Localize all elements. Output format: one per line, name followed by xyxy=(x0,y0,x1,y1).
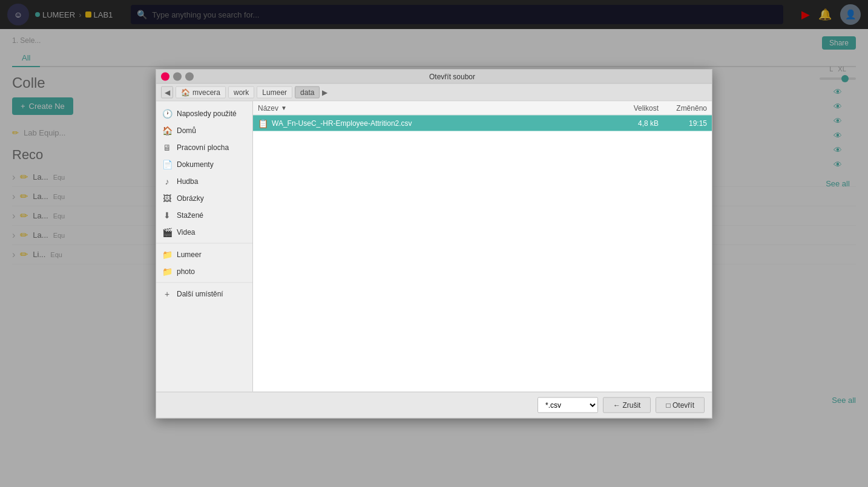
sidebar-item-lumeer[interactable]: 📁 Lumeer xyxy=(156,246,252,263)
dialog-minimize-button[interactable] xyxy=(185,72,194,80)
sidebar-label-recent: Naposledy použité xyxy=(177,109,237,117)
videos-icon: 🎬 xyxy=(162,227,172,237)
clock-icon: 🕐 xyxy=(162,108,172,118)
file-name-label: WA_Fn-UseC_-HR-Employee-Attrition2.csv xyxy=(272,119,412,127)
csv-file-icon: 📋 xyxy=(258,118,268,128)
sidebar-divider xyxy=(156,243,252,243)
cancel-button[interactable]: ← Zrušit xyxy=(603,397,651,413)
file-size-cell: 4,8 kB xyxy=(610,119,659,127)
cancel-label: ← Zrušit xyxy=(613,400,640,409)
sidebar-label-downloads: Stažené xyxy=(177,211,203,219)
sidebar-item-videos[interactable]: 🎬 Videa xyxy=(156,223,252,240)
file-filter-select[interactable]: *.csv xyxy=(538,397,598,413)
pictures-icon: 🖼 xyxy=(162,193,172,203)
folder-photo-icon: 📁 xyxy=(162,266,172,276)
nav-crumb-lumeer[interactable]: Lumeer xyxy=(257,86,292,98)
folder-lumeer-icon: 📁 xyxy=(162,249,172,259)
dialog-sidebar: 🕐 Naposledy použité 🏠 Domů 🖥 Pracovní pl… xyxy=(156,101,253,391)
sidebar-item-music[interactable]: ♪ Hudba xyxy=(156,172,252,189)
sidebar-item-home[interactable]: 🏠 Domů xyxy=(156,122,252,139)
sort-arrow-icon: ▼ xyxy=(281,105,287,111)
sidebar-label-more: Další umístění xyxy=(177,289,223,298)
sidebar-item-downloads[interactable]: ⬇ Stažené xyxy=(156,206,252,223)
sidebar-divider-2 xyxy=(156,282,252,283)
downloads-icon: ⬇ xyxy=(162,210,172,220)
nav-crumb-work[interactable]: work xyxy=(228,86,254,98)
music-icon: ♪ xyxy=(162,176,172,186)
sidebar-label-music: Hudba xyxy=(177,177,198,185)
sidebar-item-photo[interactable]: 📁 photo xyxy=(156,263,252,279)
file-date-cell: 19:15 xyxy=(659,119,707,127)
column-date-header: Změněno xyxy=(659,103,707,112)
sidebar-item-pictures[interactable]: 🖼 Obrázky xyxy=(156,189,252,206)
nav-crumb-data[interactable]: data xyxy=(295,86,320,98)
dialog-title: Otevřít soubor xyxy=(197,72,707,80)
plus-icon-sidebar: + xyxy=(162,289,172,298)
column-size-header[interactable]: Velikost xyxy=(610,103,659,112)
sidebar-label-documents: Dokumenty xyxy=(177,160,214,168)
dialog-body: 🕐 Naposledy použité 🏠 Domů 🖥 Pracovní pl… xyxy=(156,101,712,391)
home-icon: 🏠 xyxy=(181,88,190,96)
sidebar-label-lumeer: Lumeer xyxy=(177,250,202,258)
nav-home-button[interactable]: 🏠 mvecera xyxy=(176,86,226,98)
sidebar-label-pictures: Obrázky xyxy=(177,194,204,202)
dialog-titlebar: Otevřít soubor xyxy=(156,70,712,83)
sidebar-item-recent[interactable]: 🕐 Naposledy použité xyxy=(156,105,252,122)
nav-forward-icon[interactable]: ▶ xyxy=(322,88,327,96)
dialog-files-panel: Název ▼ Velikost Změněno 📋 WA_Fn-UseC_-H… xyxy=(253,101,712,391)
dialog-close-button[interactable] xyxy=(161,72,169,80)
nav-back-button[interactable]: ◀ xyxy=(161,86,173,98)
file-open-dialog: Otevřít soubor ◀ 🏠 mvecera work Lumeer d… xyxy=(156,69,712,418)
column-name-label: Název xyxy=(258,103,278,112)
home-icon-sidebar: 🏠 xyxy=(162,125,172,135)
dialog-footer: *.csv ← Zrušit □ Otevřít xyxy=(156,391,712,417)
sidebar-item-desktop[interactable]: 🖥 Pracovní plocha xyxy=(156,139,252,155)
documents-icon: 📄 xyxy=(162,159,172,169)
dialog-nav-bar: ◀ 🏠 mvecera work Lumeer data ▶ xyxy=(156,83,712,101)
sidebar-item-documents[interactable]: 📄 Dokumenty xyxy=(156,155,252,172)
sidebar-item-more-locations[interactable]: + Další umístění xyxy=(156,285,252,302)
open-label: □ Otevřít xyxy=(666,400,694,409)
file-row-csv[interactable]: 📋 WA_Fn-UseC_-HR-Employee-Attrition2.csv… xyxy=(253,115,712,131)
sidebar-label-desktop: Pracovní plocha xyxy=(177,143,229,151)
open-button[interactable]: □ Otevřít xyxy=(656,397,705,413)
sidebar-label-videos: Videa xyxy=(177,227,195,236)
sidebar-label-home: Domů xyxy=(177,126,196,134)
sidebar-label-photo: photo xyxy=(177,267,195,275)
files-header: Název ▼ Velikost Změněno xyxy=(253,101,712,115)
desktop-icon: 🖥 xyxy=(162,142,172,152)
file-name-cell: 📋 WA_Fn-UseC_-HR-Employee-Attrition2.csv xyxy=(258,118,610,128)
column-name-header[interactable]: Název ▼ xyxy=(258,103,610,112)
home-label: mvecera xyxy=(192,88,220,96)
dialog-maximize-button[interactable] xyxy=(173,72,182,80)
